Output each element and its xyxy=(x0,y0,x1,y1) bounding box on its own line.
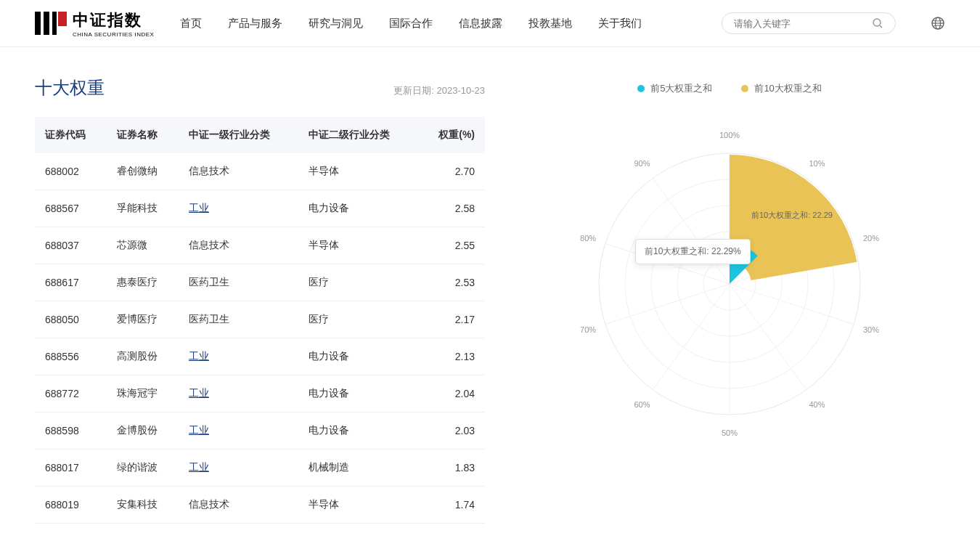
svg-line-17 xyxy=(730,284,854,325)
cell-name: 惠泰医疗 xyxy=(107,264,179,301)
cell-name: 孚能科技 xyxy=(107,190,179,227)
svg-line-21 xyxy=(605,284,730,325)
update-date: 更新日期: 2023-10-23 xyxy=(393,84,485,97)
logo[interactable]: 中证指数 CHINA SECURITIES INDEX xyxy=(35,9,154,38)
industry-link[interactable]: 工业 xyxy=(189,350,209,362)
nav-research[interactable]: 研究与洞见 xyxy=(309,17,363,30)
tick-label: 70% xyxy=(580,325,596,334)
cell-weight: 2.55 xyxy=(418,227,485,264)
cell-l1: 工业 xyxy=(179,412,298,450)
slice-label: 前10大权重之和: 22.29 xyxy=(751,210,833,221)
cell-code: 688037 xyxy=(35,227,107,264)
cell-l2: 电力设备 xyxy=(298,412,418,450)
cell-code: 688617 xyxy=(35,264,107,301)
nav: 首页 产品与服务 研究与洞见 国际合作 信息披露 投教基地 关于我们 xyxy=(180,17,695,30)
nav-international[interactable]: 国际合作 xyxy=(389,17,433,30)
cell-weight: 2.03 xyxy=(418,412,485,450)
cell-code: 688556 xyxy=(35,338,107,375)
tick-label: 10% xyxy=(809,159,825,168)
header: 中证指数 CHINA SECURITIES INDEX 首页 产品与服务 研究与… xyxy=(0,0,980,47)
industry-link[interactable]: 工业 xyxy=(189,387,209,399)
cell-l1: 工业 xyxy=(179,450,298,487)
tick-label: 80% xyxy=(580,234,596,243)
cell-name: 安集科技 xyxy=(107,487,179,524)
cell-weight: 1.83 xyxy=(418,450,485,487)
logo-icon xyxy=(35,9,67,38)
search-icon[interactable] xyxy=(872,17,883,29)
cell-weight: 2.70 xyxy=(418,153,485,190)
table-row: 688017绿的谐波工业机械制造1.83 xyxy=(35,450,485,487)
cell-l1: 信息技术 xyxy=(179,487,298,524)
tick-label: 20% xyxy=(863,234,879,243)
cell-weight: 2.17 xyxy=(418,301,485,338)
th-l2: 中证二级行业分类 xyxy=(298,117,418,153)
chart-svg xyxy=(563,117,897,451)
logo-text-en: CHINA SECURITIES INDEX xyxy=(73,31,154,38)
tick-label: 60% xyxy=(634,400,650,409)
cell-code: 688017 xyxy=(35,450,107,487)
search-input[interactable] xyxy=(734,18,866,29)
polar-chart: 100%10%20%30%40%50%60%70%80%90% 前10大权重之和… xyxy=(563,117,897,451)
svg-rect-1 xyxy=(44,12,49,35)
cell-weight: 2.53 xyxy=(418,264,485,301)
search-box[interactable] xyxy=(722,12,896,34)
cell-l2: 半导体 xyxy=(298,227,418,264)
table-row: 688050爱博医疗医药卫生医疗2.17 xyxy=(35,301,485,338)
cell-name: 珠海冠宇 xyxy=(107,375,179,412)
cell-l2: 电力设备 xyxy=(298,375,418,412)
cell-l1: 工业 xyxy=(179,190,298,227)
main: 十大权重 更新日期: 2023-10-23 证券代码 证券名称 中证一级行业分类… xyxy=(0,47,980,549)
cell-name: 绿的谐波 xyxy=(107,450,179,487)
cell-name: 金博股份 xyxy=(107,412,179,450)
legend-top5[interactable]: 前5大权重之和 xyxy=(637,82,712,95)
svg-line-18 xyxy=(730,284,807,390)
nav-home[interactable]: 首页 xyxy=(180,17,202,30)
cell-l2: 半导体 xyxy=(298,153,418,190)
industry-link[interactable]: 工业 xyxy=(189,461,209,473)
cell-weight: 2.13 xyxy=(418,338,485,375)
nav-about[interactable]: 关于我们 xyxy=(598,17,642,30)
svg-line-20 xyxy=(653,284,730,390)
tick-label: 40% xyxy=(809,400,825,409)
cell-name: 睿创微纳 xyxy=(107,153,179,190)
nav-disclosure[interactable]: 信息披露 xyxy=(459,17,502,30)
industry-link[interactable]: 工业 xyxy=(189,202,209,214)
nav-products[interactable]: 产品与服务 xyxy=(228,17,282,30)
cell-l2: 医疗 xyxy=(298,301,418,338)
svg-line-5 xyxy=(880,25,882,28)
cell-code: 688019 xyxy=(35,487,107,524)
chart-tooltip: 前10大权重之和: 22.29% xyxy=(635,239,751,264)
legend-top10[interactable]: 前10大权重之和 xyxy=(741,82,821,95)
cell-name: 高测股份 xyxy=(107,338,179,375)
cell-l1: 医药卫生 xyxy=(179,301,298,338)
table-row: 688002睿创微纳信息技术半导体2.70 xyxy=(35,153,485,190)
svg-rect-2 xyxy=(52,12,57,35)
cell-weight: 1.74 xyxy=(418,487,485,524)
table-row: 688772珠海冠宇工业电力设备2.04 xyxy=(35,375,485,412)
table-row: 688037芯源微信息技术半导体2.55 xyxy=(35,227,485,264)
th-l1: 中证一级行业分类 xyxy=(179,117,298,153)
svg-line-23 xyxy=(653,178,730,284)
cell-weight: 2.58 xyxy=(418,190,485,227)
cell-code: 688050 xyxy=(35,301,107,338)
svg-rect-0 xyxy=(35,12,41,35)
tick-label: 30% xyxy=(863,325,879,334)
th-weight: 权重(%) xyxy=(418,117,485,153)
cell-l2: 电力设备 xyxy=(298,190,418,227)
cell-l2: 电力设备 xyxy=(298,338,418,375)
cell-weight: 2.04 xyxy=(418,375,485,412)
svg-marker-3 xyxy=(58,12,67,26)
globe-icon[interactable] xyxy=(931,16,945,30)
cell-l2: 半导体 xyxy=(298,487,418,524)
cell-code: 688772 xyxy=(35,375,107,412)
table-row: 688019安集科技信息技术半导体1.74 xyxy=(35,487,485,524)
th-code: 证券代码 xyxy=(35,117,107,153)
cell-name: 芯源微 xyxy=(107,227,179,264)
left-panel: 十大权重 更新日期: 2023-10-23 证券代码 证券名称 中证一级行业分类… xyxy=(35,76,485,524)
chart-legend: 前5大权重之和 前10大权重之和 xyxy=(514,82,945,95)
cell-l1: 工业 xyxy=(179,338,298,375)
industry-link[interactable]: 工业 xyxy=(189,424,209,436)
cell-l2: 机械制造 xyxy=(298,450,418,487)
th-name: 证券名称 xyxy=(107,117,179,153)
nav-education[interactable]: 投教基地 xyxy=(528,17,572,30)
